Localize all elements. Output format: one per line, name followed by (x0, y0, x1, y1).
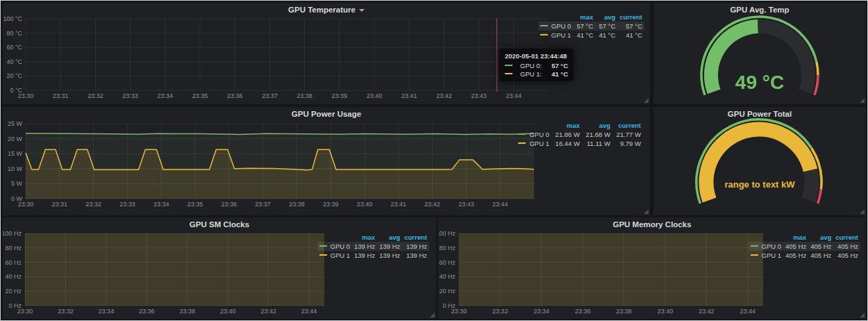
legend-row: GPU 057 °C57 °C57 °C (538, 22, 644, 31)
legend-column-header[interactable]: max (573, 13, 595, 22)
legend-column-header[interactable]: avg (582, 121, 612, 130)
legend-series-name[interactable]: GPU 1 (529, 140, 549, 147)
legend-stat-value: 405 Hz (808, 242, 833, 251)
panel-resize-handle[interactable] (644, 98, 649, 103)
panel-title-text: GPU Avg. Temp (730, 6, 789, 14)
legend-header-row: maxavgcurrent (538, 13, 644, 22)
legend-stat-value: 405 Hz (808, 251, 833, 260)
legend: maxavgcurrentGPU 0139 Hz139 Hz139 HzGPU … (317, 233, 429, 260)
legend: maxavgcurrentGPU 021.86 W21.68 W21.77 WG… (516, 121, 643, 148)
panel-resize-handle[interactable] (860, 209, 865, 214)
legend-stat-value: 21.68 W (582, 130, 612, 139)
y-axis-tick-label: 25 W (8, 120, 23, 127)
x-axis-tick-label: 23:35 (187, 201, 203, 208)
x-axis-tick-label: 23:40 (220, 308, 236, 315)
legend-column-header[interactable]: avg (808, 233, 833, 242)
x-axis-tick-label: 23:43 (471, 92, 487, 99)
tooltip-series-label: GPU 1: (520, 70, 542, 78)
x-axis-tick-label: 23:36 (139, 308, 155, 315)
legend-column-header[interactable]: max (352, 233, 377, 242)
x-axis-tick-label: 23:42 (436, 92, 452, 99)
x-axis-tick-label: 23:44 (492, 201, 508, 208)
legend-column-header[interactable]: current (612, 121, 643, 130)
legend-row: GPU 0139 Hz139 Hz139 Hz (317, 242, 429, 251)
legend-series-name[interactable]: GPU 1 (331, 252, 351, 259)
panel-title[interactable]: GPU Power Usage (3, 110, 650, 118)
legend-stat-value: 57 °C (595, 22, 617, 31)
x-axis-tick-label: 23:40 (367, 92, 383, 99)
y-axis-tick-label: 60 Hz (439, 259, 456, 266)
chevron-down-icon[interactable] (359, 9, 365, 12)
legend-series-name[interactable]: GPU 1 (762, 252, 782, 259)
series-color-dash-icon (319, 245, 327, 247)
x-axis-tick-label: 23:30 (18, 92, 34, 99)
y-axis-tick-label: 40 Hz (439, 273, 456, 280)
series-color-dash-icon (505, 65, 512, 66)
legend-header-row: maxavgcurrent (516, 121, 643, 130)
x-axis-tick-label: 23:41 (391, 201, 407, 208)
x-axis-tick-label: 23:34 (534, 308, 550, 315)
legend-row: GPU 141 °C41 °C41 °C (538, 31, 644, 40)
x-axis-tick-label: 23:37 (255, 201, 271, 208)
legend-stat-value: 405 Hz (783, 251, 808, 260)
legend-series-name[interactable]: GPU 0 (551, 22, 571, 30)
legend-column-header[interactable]: current (402, 233, 429, 242)
legend-stat-value: 139 Hz (352, 242, 377, 251)
legend-series-name[interactable]: GPU 1 (551, 31, 571, 39)
legend-series-name[interactable]: GPU 0 (762, 242, 782, 250)
y-axis-tick-label: 100 Hz (438, 230, 456, 237)
legend-stat-value: 57 °C (617, 22, 644, 31)
x-axis-tick-label: 23:38 (297, 92, 312, 99)
legend-stat-value: 57 °C (573, 22, 595, 31)
tooltip-series-value: 41 °C (551, 70, 568, 78)
series-color-dash-icon (751, 254, 758, 256)
legend-column-header[interactable]: avg (595, 13, 617, 22)
panel-title[interactable]: GPU Memory Clocks (438, 220, 866, 229)
x-axis-tick-label: 23:39 (323, 201, 339, 208)
legend-series-name[interactable]: GPU 0 (529, 131, 549, 138)
x-axis-tick-label: 23:32 (87, 92, 103, 99)
panel-resize-handle[interactable] (860, 313, 865, 318)
legend-row: GPU 0405 Hz405 Hz405 Hz (749, 242, 860, 251)
grafana-dashboard: GPU Temperature 2020-05-01 23:44:48 GPU … (0, 0, 868, 321)
legend-column-header[interactable]: avg (377, 233, 402, 242)
x-axis-tick-label: 23:36 (575, 308, 591, 315)
panel-title[interactable]: GPU Power Total (653, 110, 866, 118)
x-axis-tick-label: 23:34 (99, 308, 115, 315)
legend-column-header[interactable]: current (833, 233, 860, 242)
x-axis-tick-label: 23:31 (53, 92, 69, 99)
y-axis-tick-label: 20 Hz (439, 288, 456, 295)
legend-column-header[interactable]: current (617, 13, 644, 22)
legend-stat-value: 16.44 W (551, 139, 582, 148)
legend: maxavgcurrentGPU 057 °C57 °C57 °CGPU 141… (538, 13, 644, 40)
x-axis-tick-label: 23:32 (492, 308, 508, 315)
series-color-dash-icon (518, 133, 526, 135)
legend-stat-value: 139 Hz (352, 251, 377, 260)
x-axis-tick-label: 23:31 (52, 201, 68, 208)
tooltip-row: GPU 0: 57 °C (505, 62, 568, 69)
y-axis-tick-label: 100 Hz (3, 230, 22, 237)
legend-series-name[interactable]: GPU 0 (331, 242, 351, 250)
panel-title[interactable]: GPU SM Clocks (3, 220, 436, 229)
series-color-dash-icon (540, 25, 548, 26)
legend-column-header[interactable]: max (551, 121, 582, 130)
graph-tooltip: 2020-05-01 23:44:48 GPU 0: 57 °C GPU 1: … (499, 49, 574, 81)
panel-title[interactable]: GPU Avg. Temp (653, 6, 866, 14)
panel-resize-handle[interactable] (644, 209, 649, 214)
panel-resize-handle[interactable] (430, 313, 435, 318)
legend-stat-value: 405 Hz (833, 242, 860, 251)
legend: maxavgcurrentGPU 0405 Hz405 Hz405 HzGPU … (749, 233, 860, 260)
legend-stat-value: 41 °C (573, 31, 595, 40)
y-axis-tick-label: 5 W (11, 180, 23, 187)
x-axis-tick-label: 23:36 (227, 92, 243, 99)
x-axis-tick-label: 23:33 (122, 92, 138, 99)
y-axis-tick-label: 80 Hz (5, 245, 22, 252)
panel-gpu-sm-clocks: GPU SM Clocks 0 Hz20 Hz40 Hz60 Hz80 Hz10… (3, 217, 436, 319)
panel-resize-handle[interactable] (860, 98, 865, 103)
legend-column-header[interactable]: max (783, 233, 808, 242)
y-axis-tick-label: 40 Hz (5, 273, 22, 280)
x-axis-tick-label: 23:33 (119, 201, 135, 208)
panel-title-text: GPU SM Clocks (190, 220, 249, 229)
legend-stat-value: 21.77 W (612, 130, 643, 139)
panel-title-text: GPU Temperature (288, 6, 356, 14)
